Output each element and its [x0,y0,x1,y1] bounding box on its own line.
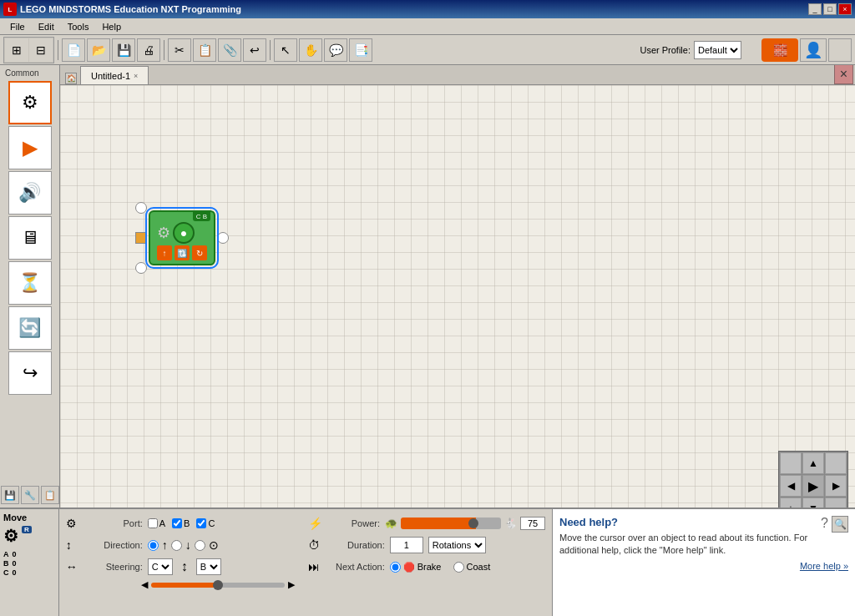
sidebar-tools-btn[interactable]: 🔧 [21,486,39,504]
move-abc-A-label: A [3,550,9,558]
brake-radio[interactable] [390,562,401,573]
port-C-label: C [208,518,215,528]
nav-right[interactable]: ▶ [825,475,847,497]
block-body[interactable]: C B ⚙ ● ↑ 🔃 ↻ [149,210,215,265]
nav-top-right[interactable] [825,452,847,474]
toolbar-mode-btn2[interactable]: ⊟ [29,38,53,62]
menu-edit[interactable]: Edit [32,20,61,33]
canvas-tab-bar: 🏠 Untitled-1 × × [60,65,855,85]
toolbar-sep2 [164,40,164,60]
port-C-checkbox[interactable] [196,518,206,528]
sidebar-item-timer[interactable]: ⏳ [8,261,52,305]
steering-b-select[interactable]: B [196,558,221,575]
toolbar-new[interactable]: 📄 [62,38,85,62]
sidebar-item-display[interactable]: 🖥 [8,216,52,260]
toolbar-print[interactable]: 🖨 [137,38,160,62]
toolbar-save[interactable]: 💾 [112,38,135,62]
steering-select[interactable]: C [148,558,173,575]
help-more-link[interactable]: More help » [800,561,848,571]
canvas-area: 🏠 Untitled-1 × × C B [60,65,855,507]
steering-arrow-icon: ↕ [181,559,188,574]
nav-left[interactable]: ◀ [780,475,802,497]
port-gear-icon: ⚙ [66,517,79,530]
canvas-area-close-btn[interactable]: × [834,65,853,84]
next-action-icon: ⏭ [308,560,321,573]
tab-close-icon[interactable]: × [134,72,138,80]
direction-stop-radio[interactable] [195,540,205,551]
toolbar-cut[interactable]: ✂ [168,38,191,62]
coast-radio[interactable] [453,562,464,573]
toolbar-open[interactable]: 📂 [87,38,110,62]
toolbar-undo[interactable]: ↩ [243,38,266,62]
motor-block[interactable]: C B ⚙ ● ↑ 🔃 ↻ [135,202,229,274]
toolbar-mode-btn1[interactable]: ⊞ [5,38,28,62]
steering-icon: ↔ [66,560,79,573]
canvas-tab-untitled[interactable]: Untitled-1 × [80,66,149,84]
canvas-home-btn[interactable]: 🏠 [65,73,77,84]
menu-file[interactable]: File [3,20,32,33]
help-text: Move the cursor over an object to read a… [559,532,848,558]
toolbar-paste[interactable]: 📎 [218,38,241,62]
menubar: File Edit Tools Help [0,18,855,35]
direction-row: ↕ Direction: ↑ ↓ ⊙ [66,536,295,554]
sidebar-item-loop[interactable]: 🔄 [8,306,52,350]
search-icon[interactable]: 🔍 [832,516,848,533]
direction-backward-radio[interactable] [171,540,182,551]
nav-center[interactable]: ▶ [802,475,824,497]
jump-icon: ↪ [23,362,38,384]
nav-top-left[interactable] [780,452,802,474]
display-icon: 🖥 [21,227,39,249]
steering-right-icon: ▶ [288,579,295,590]
sidebar: Common ⚙ ▶ 🔊 🖥 ⏳ 🔄 ↪ 💾 🔧 📋 [0,65,60,507]
nav-zoom-in[interactable]: + [780,497,802,507]
toolbar-comment[interactable]: 💬 [324,38,347,62]
help-question-icon[interactable]: ? [821,516,828,531]
nav-zoom-out[interactable]: − [825,497,847,507]
toolbar-person-btn[interactable]: 👤 [800,38,827,62]
menu-tools[interactable]: Tools [61,20,96,33]
toolbar-orange-btn[interactable]: 🧱 [761,38,798,62]
minimize-button[interactable]: _ [808,3,822,15]
duration-input[interactable] [390,537,423,553]
toolbar-other[interactable]: 📑 [349,38,372,62]
close-button[interactable]: × [838,3,852,15]
move-gear-icon: ⚙ [3,526,18,546]
sidebar-item-sound[interactable]: 🔊 [8,171,52,215]
power-min-icon: 🐢 [385,518,397,529]
connector-top-left [135,202,147,214]
duration-label: Duration: [326,540,385,550]
port-A-checkbox[interactable] [148,518,158,528]
coast-label: Coast [467,562,491,572]
sidebar-list-btn[interactable]: 📋 [41,486,59,504]
maximize-button[interactable]: □ [823,3,837,15]
profile-label: User Profile: [640,45,691,55]
toolbar-cursor[interactable]: ↖ [274,38,297,62]
titlebar-controls[interactable]: _ □ × [808,3,852,15]
help-search-btn[interactable]: 🔍 [832,516,848,533]
steering-slider[interactable] [151,583,285,588]
nav-down[interactable]: ▼ [802,497,824,507]
toolbar-extra-btn[interactable] [828,38,852,62]
sidebar-item-record[interactable]: ▶ [8,126,52,169]
power-value-input[interactable] [520,517,545,530]
power-max-icon: 🐇 [504,518,517,529]
titlebar: L LEGO MINDSTORMS Education NXT Programm… [0,0,855,18]
menu-help[interactable]: Help [95,20,128,33]
port-B-checkbox[interactable] [172,518,182,528]
direction-forward-radio[interactable] [148,540,159,551]
grid-canvas[interactable]: C B ⚙ ● ↑ 🔃 ↻ [60,85,855,507]
nav-up[interactable]: ▲ [802,452,824,474]
main-layout: Common ⚙ ▶ 🔊 🖥 ⏳ 🔄 ↪ 💾 🔧 📋 [0,65,855,507]
power-icon: ⚡ [308,517,321,530]
profile-select[interactable]: Default [694,41,741,59]
sidebar-item-jump[interactable]: ↪ [8,351,52,395]
profile-area: User Profile: Default [640,41,741,59]
toolbar-copy[interactable]: 📋 [193,38,216,62]
power-slider[interactable] [401,518,501,529]
duration-select[interactable]: Rotations Degrees Seconds Unlimited [428,537,486,553]
sidebar-save-btn[interactable]: 💾 [1,486,19,504]
sidebar-item-gear[interactable]: ⚙ [8,81,52,124]
duration-icon: ⏱ [308,538,321,552]
move-r-badge: R [22,526,32,533]
toolbar-hand[interactable]: ✋ [299,38,322,62]
